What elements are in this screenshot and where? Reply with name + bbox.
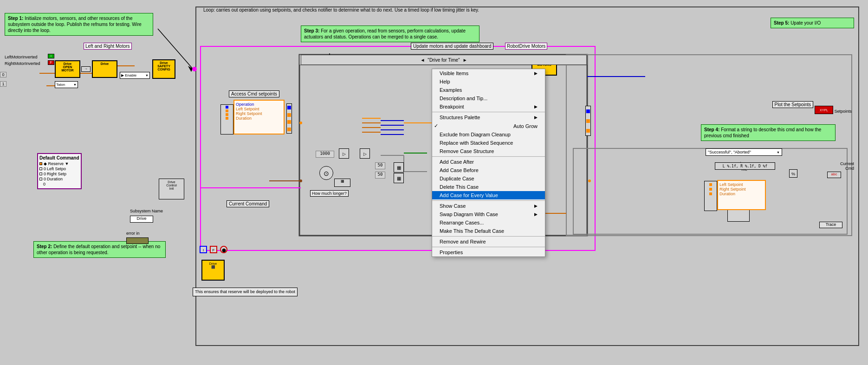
- r-terminal-1: [709, 183, 712, 186]
- abc-terminal: abc: [827, 172, 841, 178]
- left-motor-boolean: I: [48, 54, 54, 58]
- drive-bottom-block[interactable]: Drive⬛: [201, 260, 225, 281]
- drive-control-init-block[interactable]: DriveControlInit: [159, 179, 184, 199]
- how-much-longer-label: How much longer?: [310, 190, 349, 197]
- to1: [586, 109, 590, 113]
- enable-arrow: ▼: [145, 74, 149, 77]
- const-1000: 1000: [316, 151, 334, 158]
- num-0-const: 0: [0, 72, 6, 77]
- loop-label: Loop: carries out operation using setpoi…: [202, 7, 480, 13]
- right-motor-boolean: F: [48, 60, 54, 65]
- menu-show-case[interactable]: Show Case ▶: [432, 202, 545, 210]
- sep-1: [432, 112, 545, 112]
- drive-name-box[interactable]: Drive: [130, 216, 153, 223]
- drive-block-2[interactable]: Drive: [92, 60, 117, 78]
- stop-button[interactable]: ⬤: [220, 246, 227, 253]
- numeric-display: ▦: [334, 179, 350, 187]
- percent-block: %: [789, 169, 797, 178]
- menu-delete-case[interactable]: Delete This Case: [432, 183, 545, 191]
- menu-swap-diagram[interactable]: Swap Diagram With Case ▶: [432, 210, 545, 218]
- enable-dropdown[interactable]: ▶ Enable ▼: [120, 72, 150, 79]
- menu-auto-grow[interactable]: ✓ Auto Grow: [432, 122, 545, 130]
- timer-icon: ⊙: [319, 166, 333, 180]
- swap-diagram-arrow: ▶: [534, 212, 538, 217]
- unbundle-block: [220, 104, 233, 134]
- terminal-2: [226, 109, 228, 112]
- dropdown-arrow: ▼: [777, 151, 780, 154]
- menu-add-case-after[interactable]: Add Case After: [432, 158, 545, 166]
- menu-exclude-cleanup[interactable]: Exclude from Diagram Cleanup: [432, 130, 545, 139]
- terminal-3: [226, 113, 228, 116]
- setpoints-vi-block[interactable]: XYPL: [815, 106, 833, 114]
- to3: [586, 129, 590, 133]
- menu-add-case-every[interactable]: Add Case for Every Value: [432, 191, 545, 199]
- right-motor-inverted-label: RightMotorInverted: [5, 61, 40, 66]
- ensure-reserve-label: This ensures that reserve will be deploy…: [193, 288, 298, 296]
- error-in-label: error in: [126, 231, 140, 236]
- successful-aborted-dropdown[interactable]: "Successful", "Aborted" ▼: [706, 148, 782, 156]
- case-value: "Drive for Time": [428, 58, 460, 63]
- step4-annotation: Step 4: Format a string to describe this…: [701, 124, 836, 141]
- t2: [287, 113, 291, 117]
- drive-safety-config-block[interactable]: DriveSAFETYCONFIG: [152, 59, 175, 79]
- r-terminal-3: [709, 192, 712, 195]
- menu-remove-case[interactable]: Remove Case Structure: [432, 147, 545, 155]
- menu-examples[interactable]: Examples: [432, 86, 545, 94]
- chart-block-1: ▦: [394, 162, 404, 173]
- case-right-arrow[interactable]: ►: [463, 58, 467, 63]
- case-left-arrow[interactable]: ◄: [420, 58, 425, 63]
- format-string-block: L %.1f, R %.1f, D %f: [715, 162, 775, 170]
- menu-structures-palette[interactable]: Structures Palette ▶: [432, 113, 545, 122]
- svg-point-31: [299, 179, 302, 182]
- menu-duplicate-case[interactable]: Duplicate Case: [432, 174, 545, 183]
- menu-replace-stacked[interactable]: Replace with Stacked Sequence: [432, 139, 545, 147]
- enable-label: ▶ Enable: [121, 73, 136, 77]
- cluster-block-right: Left Setpoint Right Setpoint Duration: [717, 180, 766, 210]
- cmd-field-zero: 0: [39, 182, 79, 186]
- case-output-terminals: [585, 106, 591, 136]
- structures-arrow: ▶: [534, 115, 538, 120]
- default-cmd-title: Default Command: [39, 155, 79, 160]
- indicator-f: F: [210, 246, 217, 253]
- t3: [287, 120, 291, 124]
- duration-field-left: Duration: [236, 116, 282, 121]
- drive-open-motor-block[interactable]: DriveOPENMOTOR: [55, 60, 80, 78]
- cmd-field-left: 0 Left Setpo: [39, 166, 79, 171]
- talon-dropdown[interactable]: Talon ▼: [55, 81, 78, 88]
- plot-setpoints-label: Plot the Setpoints: [772, 101, 813, 108]
- menu-breakpoint[interactable]: Breakpoint ▶: [432, 102, 545, 111]
- menu-rearrange-cases[interactable]: Rearrange Cases...: [432, 218, 545, 227]
- context-menu: Visible Items ▶ Help Examples Descriptio…: [432, 69, 545, 257]
- menu-description-tip[interactable]: Description and Tip...: [432, 94, 545, 102]
- svg-point-30: [299, 122, 302, 124]
- default-command-box: Default Command ◆ Reserve ▼ 0 Left Setpo…: [37, 153, 82, 189]
- const-50-2: 50: [375, 172, 385, 179]
- indicator-i: I: [200, 246, 207, 253]
- menu-add-case-before[interactable]: Add Case Before: [432, 166, 545, 174]
- step5-annotation: Step 5: Upate your I/O: [771, 18, 854, 28]
- to2: [586, 119, 590, 123]
- subsystem-name-label: Subsystem Name: [130, 209, 163, 213]
- left-right-motors-label: Left and Right Motors: [84, 43, 132, 50]
- loop-entry-dot: [192, 67, 197, 71]
- wire-connector-1: →: [81, 66, 91, 72]
- case-selector[interactable]: ◄ "Drive for Time" ►: [301, 55, 587, 65]
- menu-visible-items[interactable]: Visible Items ▶: [432, 69, 545, 77]
- left-motor-inverted-label: LeftMotorInverted: [5, 55, 38, 59]
- menu-make-default[interactable]: Make This The Default Case: [432, 227, 545, 235]
- left-setpo-terminal: [39, 167, 42, 170]
- svg-point-32: [588, 179, 591, 182]
- current-command-label: Current Command: [227, 200, 269, 207]
- reserve-terminal: [39, 162, 42, 165]
- menu-properties[interactable]: Properties: [432, 248, 545, 256]
- cmd-field-right: 0 Right Setp: [39, 172, 79, 176]
- trace-block: Trace: [819, 222, 842, 228]
- menu-remove-rewire[interactable]: Remove and Rewire: [432, 237, 545, 246]
- sep-2: [432, 156, 545, 157]
- menu-help[interactable]: Help: [432, 77, 545, 86]
- right-setpoint-field: Right Setpoint: [236, 111, 282, 116]
- successful-aborted-label: "Successful", "Aborted": [708, 150, 751, 154]
- error-cluster-terminal: [126, 237, 149, 244]
- visible-items-arrow: ▶: [534, 71, 538, 76]
- terminal-4: [226, 117, 228, 120]
